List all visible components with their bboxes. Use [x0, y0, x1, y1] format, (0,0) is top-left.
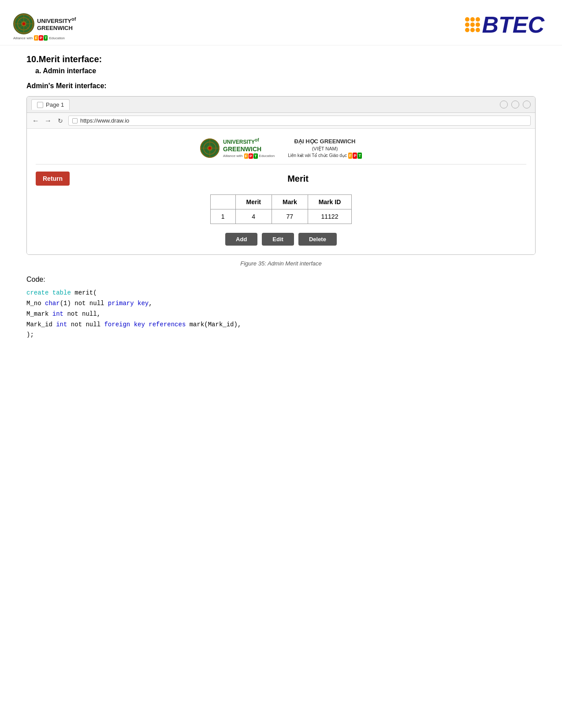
vn-fpt-logo: FPT — [348, 153, 362, 159]
browser-controls — [500, 101, 531, 108]
code-line-5: ); — [26, 330, 536, 340]
inner-alliance-text: Alliance with — [223, 154, 242, 158]
education-text: Education — [49, 36, 65, 40]
sub-title-text: Admin interface — [43, 67, 96, 75]
btec-dot-7 — [465, 28, 469, 32]
edit-button[interactable]: Edit — [262, 233, 294, 246]
col-mark-header: Mark — [272, 195, 308, 209]
address-bar[interactable]: https://www.draw.io — [68, 116, 531, 126]
btec-dots — [465, 17, 480, 32]
kw-create-table: create table — [26, 289, 71, 296]
btec-text: BTEC — [482, 13, 544, 36]
alliance-text: Alliance with — [13, 36, 33, 40]
vn-title: ĐẠI HỌC GREENWICH — [288, 138, 362, 146]
back-button[interactable]: ← — [31, 116, 40, 125]
university-logo-block: UNIVERSITYof GREENWICH Alliance with FPT… — [13, 13, 76, 41]
table-row: 1 4 77 11122 — [210, 209, 352, 224]
code-line-4: Mark_id int not null foreign key referen… — [26, 320, 536, 330]
btec-dot-6 — [476, 22, 480, 27]
close-button[interactable] — [523, 101, 531, 108]
cell-num: 1 — [210, 209, 235, 224]
inner-fpt-logo: FPT — [244, 153, 258, 159]
inner-uni-gw: GREENWICH — [223, 146, 275, 153]
page-label-text: Admin's Merit interface: — [26, 82, 107, 90]
svg-point-5 — [22, 22, 25, 25]
inner-alliance: Alliance with FPT Education — [223, 153, 275, 159]
cell-mark: 77 — [272, 209, 308, 224]
merit-table: Merit Mark Mark ID 1 4 77 11122 — [210, 194, 352, 224]
inner-uni-name: UNIVERSITYof — [223, 138, 275, 145]
code-line-1: create table merit( — [26, 288, 536, 299]
code-label: Code: — [26, 276, 536, 284]
uni-emblem — [13, 13, 34, 34]
page-header: UNIVERSITYof GREENWICH Alliance with FPT… — [0, 9, 562, 45]
merit-title: Merit — [70, 174, 526, 184]
tab-label: Page 1 — [46, 101, 64, 108]
university-logo: UNIVERSITYof GREENWICH — [13, 13, 76, 34]
col-markid-header: Mark ID — [308, 195, 352, 209]
fpt-logo: FPT — [34, 35, 48, 41]
btec-dot-9 — [476, 28, 480, 32]
code-line-3: M_mark int not null, — [26, 309, 536, 320]
delete-button[interactable]: Delete — [298, 233, 337, 246]
cell-markid: 11122 — [308, 209, 352, 224]
inner-logo-block: UNIVERSITYof GREENWICH Alliance with FPT… — [200, 138, 275, 158]
sub-section-title: a. Admin interface — [35, 67, 536, 75]
university-name-line2: GREENWICH — [37, 25, 76, 32]
inner-header: UNIVERSITYof GREENWICH Alliance with FPT… — [36, 138, 526, 164]
code-block: create table merit( M_no char(1) not nul… — [26, 288, 536, 340]
merit-header-row: Return Merit — [36, 172, 526, 186]
merit-table-container: Merit Mark Mark ID 1 4 77 11122 — [36, 194, 526, 224]
section-name: Merit interface: — [39, 54, 102, 64]
alliance-line: Alliance with FPT Education — [13, 35, 65, 41]
btec-dot-8 — [470, 28, 475, 32]
vn-sub1: (VIỆT NAM) — [288, 146, 362, 152]
svg-point-11 — [208, 147, 211, 149]
vn-sub2: Liên kết với Tổ chức Giáo dục FPT — [288, 153, 362, 159]
forward-button[interactable]: → — [44, 116, 52, 125]
page-icon — [37, 102, 43, 108]
inner-education-text: Education — [259, 154, 275, 158]
table-header-row: Merit Mark Mark ID — [210, 195, 352, 209]
browser-tab[interactable]: Page 1 — [31, 99, 70, 110]
university-name-text: UNIVERSITYof GREENWICH — [37, 16, 76, 32]
browser-titlebar: Page 1 — [27, 97, 535, 113]
page-section-label: Admin's Merit interface: — [26, 82, 536, 90]
btec-dot-2 — [470, 17, 475, 22]
address-page-icon — [72, 118, 78, 123]
maximize-button[interactable] — [511, 101, 519, 108]
figure-caption: Figure 35: Admin Merit interface — [26, 260, 536, 267]
col-num-header — [210, 195, 235, 209]
code-line-2: M_no char(1) not null primary key, — [26, 299, 536, 309]
minimize-button[interactable] — [500, 101, 508, 108]
inner-uni-emblem — [200, 138, 220, 158]
col-merit-header: Merit — [235, 195, 272, 209]
browser-content: UNIVERSITYof GREENWICH Alliance with FPT… — [27, 129, 535, 254]
action-buttons: Add Edit Delete — [36, 233, 526, 246]
section-number: 10. — [26, 54, 39, 64]
btec-logo-block: BTEC — [465, 13, 544, 36]
browser-toolbar: ← → ↻ https://www.draw.io — [27, 113, 535, 129]
browser-mockup: Page 1 ← → ↻ https://www.draw.io — [26, 96, 536, 255]
inner-uni-text: UNIVERSITYof GREENWICH Alliance with FPT… — [223, 138, 275, 158]
url-text: https://www.draw.io — [80, 117, 129, 124]
btec-dot-5 — [470, 22, 475, 27]
btec-dot-3 — [476, 17, 480, 22]
return-button[interactable]: Return — [36, 172, 70, 186]
fpt-f: F — [34, 35, 38, 41]
refresh-button[interactable]: ↻ — [56, 116, 65, 125]
cell-merit: 4 — [235, 209, 272, 224]
inner-vn-block: ĐẠI HỌC GREENWICH (VIỆT NAM) Liên kết vớ… — [288, 138, 362, 159]
add-button[interactable]: Add — [225, 233, 257, 246]
section-title: 10.Merit interface: — [26, 54, 536, 64]
main-content: 10.Merit interface: a. Admin interface A… — [0, 54, 562, 340]
sub-label: a. — [35, 67, 41, 75]
btec-dot-4 — [465, 22, 469, 27]
fpt-t: T — [44, 35, 48, 41]
btec-dot-1 — [465, 17, 469, 22]
fpt-p: P — [39, 35, 43, 41]
university-name-line1: UNIVERSITYof — [37, 16, 76, 25]
